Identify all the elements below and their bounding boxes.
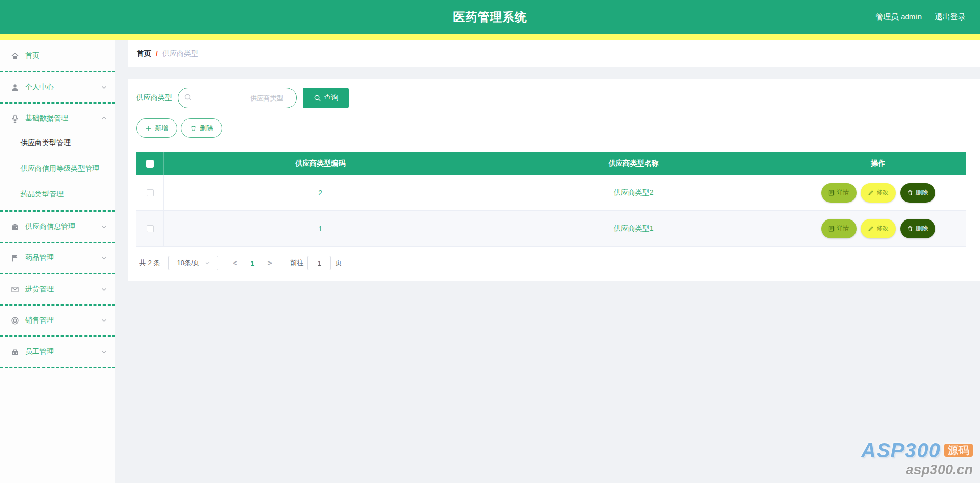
- delete-row-button-label: 删除: [916, 224, 928, 233]
- column-header-code: 供应商类型编码: [164, 152, 477, 175]
- edit-button[interactable]: 修改: [861, 219, 896, 238]
- search-input-wrap: [178, 88, 297, 108]
- current-user-label[interactable]: 管理员 admin: [875, 12, 922, 22]
- logout-button[interactable]: 退出登录: [935, 12, 966, 22]
- sidebar-item-label: 员工管理: [25, 347, 101, 356]
- column-header-actions: 操作: [790, 152, 966, 175]
- sidebar-item-profile[interactable]: 个人中心: [0, 75, 115, 99]
- cell-name: 供应商类型2: [477, 175, 791, 211]
- accent-strip: [0, 34, 980, 40]
- divider: [0, 242, 115, 243]
- trash-icon: [190, 125, 197, 132]
- chevron-up-icon: [101, 115, 107, 122]
- cell-name: 供应商类型1: [477, 211, 791, 247]
- page-title: 医药管理系统: [0, 9, 980, 25]
- chevron-down-icon: [205, 260, 210, 266]
- sidebar-item-label: 首页: [25, 51, 107, 61]
- detail-button-label: 详情: [837, 188, 849, 197]
- goto-label: 前往: [290, 258, 303, 268]
- trash-icon: [907, 190, 913, 196]
- microphone-icon: [10, 114, 19, 123]
- table-body: 2 供应商类型2 详情 修改: [136, 175, 966, 247]
- page-size-value: 10条/页: [177, 258, 199, 268]
- detail-button[interactable]: 详情: [821, 219, 857, 238]
- column-header-name: 供应商类型名称: [477, 152, 791, 175]
- table-row: 2 供应商类型2 详情 修改: [136, 175, 966, 211]
- flag-icon: [10, 253, 19, 263]
- prev-page-button[interactable]: <: [225, 259, 244, 267]
- mail-icon: [10, 285, 19, 294]
- search-icon: [184, 93, 192, 102]
- row-checkbox[interactable]: [147, 189, 154, 196]
- pen-icon: [868, 190, 874, 196]
- sidebar-subitem-drug-type[interactable]: 药品类型管理: [0, 182, 115, 207]
- chevron-down-icon: [101, 349, 107, 355]
- sidebar-item-home[interactable]: 首页: [0, 44, 115, 68]
- app-header: 医药管理系统 管理员 admin 退出登录: [0, 0, 980, 34]
- document-icon: [828, 190, 835, 196]
- sidebar-item-basedata[interactable]: 基础数据管理: [0, 107, 115, 130]
- cell-actions: 详情 修改 删除: [790, 211, 966, 247]
- header-checkbox-cell: [136, 152, 164, 175]
- sidebar-item-label: 基础数据管理: [25, 114, 101, 123]
- breadcrumb-home[interactable]: 首页: [137, 49, 151, 58]
- row-delete-button[interactable]: 删除: [900, 183, 935, 203]
- sidebar-item-drugs[interactable]: 药品管理: [0, 246, 115, 270]
- service-icon: [10, 316, 19, 325]
- content-card: 供应商类型 查询: [128, 79, 980, 281]
- chevron-down-icon: [101, 286, 107, 292]
- goto-unit-label: 页: [335, 258, 342, 268]
- search-row: 供应商类型 查询: [136, 88, 966, 108]
- chevron-down-icon: [101, 224, 107, 230]
- sidebar-item-sales[interactable]: 销售管理: [0, 309, 115, 332]
- sidebar-item-label: 药品管理: [25, 253, 101, 263]
- row-delete-button[interactable]: 删除: [900, 219, 935, 238]
- divider: [0, 367, 115, 368]
- cell-code: 2: [164, 175, 477, 211]
- header-user-area: 管理员 admin 退出登录: [875, 12, 966, 22]
- breadcrumb-current: 供应商类型: [162, 49, 198, 58]
- supplier-type-table: 供应商类型编码 供应商类型名称 操作 2 供应商类型2: [136, 152, 966, 247]
- query-button[interactable]: 查询: [303, 88, 349, 108]
- goto-page-input[interactable]: [307, 256, 331, 270]
- table-header-row: 供应商类型编码 供应商类型名称 操作: [136, 152, 966, 175]
- toolbar: 新增 删除: [136, 118, 966, 138]
- edit-button[interactable]: 修改: [861, 183, 896, 203]
- add-button[interactable]: 新增: [136, 118, 177, 138]
- briefcase-icon: [10, 222, 19, 231]
- divider: [0, 71, 115, 72]
- sidebar-item-label: 销售管理: [25, 316, 101, 325]
- divider: [0, 273, 115, 274]
- document-icon: [828, 226, 835, 232]
- home-icon: [10, 51, 19, 61]
- plus-icon: [145, 125, 152, 131]
- pagination-total: 共 2 条: [139, 258, 160, 268]
- sidebar-item-purchase[interactable]: 进货管理: [0, 277, 115, 301]
- page-number-1[interactable]: 1: [244, 259, 260, 267]
- search-label: 供应商类型: [136, 93, 172, 103]
- detail-button-label: 详情: [837, 224, 849, 233]
- sidebar-item-supplier-info[interactable]: 供应商信息管理: [0, 215, 115, 238]
- next-page-button[interactable]: >: [260, 259, 279, 267]
- query-button-label: 查询: [324, 93, 339, 103]
- goto-page-group: 前往 页: [290, 256, 342, 270]
- sidebar-subitem-supplier-credit[interactable]: 供应商信用等级类型管理: [0, 156, 115, 182]
- sidebar-subitem-supplier-type[interactable]: 供应商类型管理: [0, 130, 115, 156]
- row-checkbox-cell: [136, 211, 164, 247]
- delete-button[interactable]: 删除: [181, 118, 222, 138]
- detail-button[interactable]: 详情: [821, 183, 857, 203]
- search-input[interactable]: [178, 88, 297, 108]
- page-size-select[interactable]: 10条/页: [168, 256, 218, 270]
- divider: [0, 335, 115, 337]
- row-checkbox[interactable]: [147, 225, 154, 232]
- breadcrumb: 首页 / 供应商类型: [128, 40, 980, 67]
- delete-button-label: 删除: [200, 124, 213, 133]
- pagination: 共 2 条 10条/页 < 1 > 前往 页: [139, 256, 966, 270]
- trash-icon: [907, 226, 913, 232]
- sidebar-item-employees[interactable]: 员工管理: [0, 340, 115, 364]
- divider: [0, 304, 115, 306]
- sidebar-item-label: 供应商信息管理: [25, 222, 101, 231]
- chevron-down-icon: [101, 84, 107, 90]
- toolbox-icon: [10, 347, 19, 356]
- select-all-checkbox[interactable]: [146, 160, 154, 168]
